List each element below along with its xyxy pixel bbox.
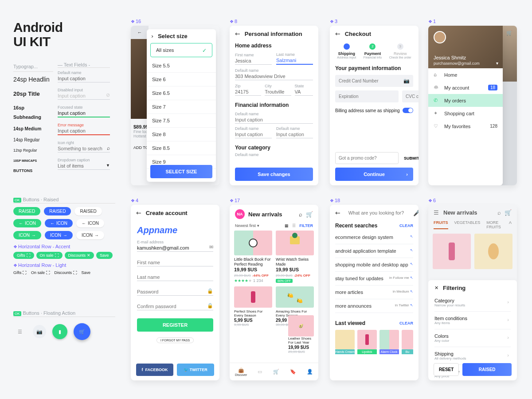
camera-icon[interactable]: 📷 [403, 78, 410, 84]
filter-item[interactable]: Item conditionsAny items› [434, 312, 511, 329]
back-icon[interactable]: ← [235, 30, 240, 37]
drawer-item[interactable]: 𐄷My account18 [428, 81, 503, 94]
save-changes-button[interactable]: Save changes [235, 168, 313, 181]
nav-discover[interactable]: 👜Discover [235, 368, 247, 376]
first-input-4[interactable] [137, 259, 213, 266]
register-button[interactable]: REGISTER [137, 318, 213, 332]
size-option[interactable]: Size 8 [147, 128, 216, 141]
icon-green-r[interactable]: ICON → [13, 231, 41, 239]
size-option[interactable]: Size 8.5 [147, 141, 216, 155]
input-focused[interactable] [58, 110, 110, 117]
email-input[interactable] [137, 244, 213, 252]
product-3[interactable]: Perfect Shoes For Every Season 5,99 $US … [234, 286, 272, 327]
input-search[interactable] [58, 145, 110, 153]
icon-blue[interactable]: ← ICON [45, 219, 73, 227]
thumb-3[interactable]: Alarm Clock [379, 349, 399, 354]
menu-icon[interactable]: ☰ [434, 209, 439, 216]
thumb-4[interactable]: Bu [402, 349, 413, 354]
sort-dropdown[interactable]: Newest first ▾ [235, 223, 259, 228]
size-option[interactable]: Size 6.5 [147, 86, 216, 100]
recent-search-item[interactable]: more announcesin Twitter ↖ [335, 299, 413, 313]
filter-button[interactable]: FILTER [299, 223, 313, 228]
drawer-item[interactable]: ⌂Home [428, 68, 503, 81]
thumb-1[interactable]: Hands Cream [335, 349, 355, 354]
product-2[interactable]: Wrist Watch Swiss Made 19,99 $US 29,99 $… [276, 231, 314, 283]
thumb-2[interactable]: Lipstick [357, 349, 377, 354]
tab-veg[interactable]: VEGETABLES [454, 220, 481, 229]
fab-cart-icon[interactable]: 🛒 [74, 323, 90, 340]
city-input[interactable] [265, 88, 291, 96]
raised-white[interactable]: RAISED [74, 207, 102, 215]
chip-disc-a[interactable]: Discounts ✕ [65, 252, 94, 259]
nav-4[interactable]: 🔖 [290, 369, 296, 375]
recent-search-item[interactable]: android application template ↖ [335, 244, 413, 258]
clear-last[interactable]: CLEAR [399, 321, 413, 325]
chip-gifts-a[interactable]: Gifts ⛶ [13, 252, 34, 259]
recent-search-item[interactable]: stay tuned for updatesin Follow me ↖ [335, 272, 413, 286]
fab-chat-icon[interactable]: ▮ [52, 324, 67, 339]
product-5[interactable]: 🥑 Leather Shoes For Last Year 19,99 $US … [288, 336, 314, 354]
last-input-4[interactable] [137, 274, 213, 281]
icon-white-r[interactable]: ICON → [76, 231, 104, 239]
tab-more[interactable]: MORE FRUITS [486, 220, 503, 229]
fin-input3[interactable] [276, 131, 313, 138]
filter-item[interactable]: ColorsAny color› [434, 329, 511, 347]
cart-icon[interactable]: 🛒 [506, 30, 512, 36]
recent-search-item[interactable]: more articlesin Medium ↖ [335, 286, 413, 299]
zip-input[interactable] [235, 88, 261, 96]
chip-save-l[interactable]: Save [82, 270, 91, 275]
cc-input[interactable] [335, 75, 413, 87]
chevron-right-icon[interactable]: › [151, 33, 153, 39]
continue-button[interactable]: Continue› [335, 168, 413, 181]
size-option[interactable]: Size 6 [147, 73, 216, 86]
pw2-input[interactable] [137, 303, 213, 310]
back-icon-18[interactable]: ← [335, 209, 340, 216]
raised-blue[interactable]: RAISED [44, 207, 71, 215]
grid-icon[interactable]: ▦ [285, 223, 289, 228]
cvc-input[interactable] [402, 90, 419, 102]
fin-input2[interactable] [235, 131, 272, 138]
chip-save-a[interactable]: Save [96, 252, 113, 259]
search-icon-17[interactable]: ⌕ [299, 211, 302, 218]
icon-green[interactable]: ← ICON [13, 219, 41, 227]
fab-camera-icon[interactable]: 📷 [33, 325, 46, 338]
chip-onsale-l[interactable]: On sale ⛶ [31, 270, 50, 275]
chip-gifts-l[interactable]: Gifts ⛶ [13, 270, 27, 275]
filter-item[interactable]: ShippingAll delivery methods› [434, 347, 511, 365]
fab-list-icon[interactable]: ☰ [13, 325, 27, 338]
product-1[interactable]: Little Black Book For Perfect Reading 19… [234, 231, 272, 283]
drawer-item[interactable]: ✦Shopping cart [428, 107, 503, 120]
search-icon-6[interactable]: ⌕ [497, 209, 501, 216]
submit-button[interactable]: SUBMIT [401, 156, 419, 160]
chevron-down-icon[interactable]: ▾ [496, 61, 498, 66]
tab-a[interactable]: A [509, 220, 512, 229]
clear-recent[interactable]: CLEAR [399, 223, 413, 228]
close-icon[interactable]: ✕ [434, 285, 438, 291]
filter-item[interactable]: CategoryNarrow your results› [434, 294, 511, 312]
search-icon[interactable]: ⌕ [107, 145, 110, 151]
select-size-button[interactable]: SELECT SIZE [150, 165, 212, 178]
nav-2[interactable]: ▭ [258, 369, 262, 375]
search-input-18[interactable] [348, 210, 410, 215]
drawer-item[interactable]: ♡My favorites128 [428, 120, 503, 133]
exp-input[interactable] [335, 90, 399, 102]
nav-5[interactable]: 👤 [307, 369, 313, 375]
size-all[interactable]: All sizes✓ [150, 43, 212, 57]
dropdown[interactable] [58, 162, 110, 170]
recent-search-item[interactable]: ecommerce design system ↖ [335, 231, 413, 244]
promo-input[interactable] [335, 152, 399, 164]
addr-input[interactable] [235, 73, 313, 80]
twitter-button[interactable]: 🐦 TWITTER [177, 364, 214, 376]
chip-onsale-a[interactable]: On sale ⛶ [36, 252, 63, 259]
reset-button[interactable]: RESET [434, 363, 459, 376]
input-default[interactable] [58, 75, 110, 82]
fin-input1[interactable] [235, 116, 313, 124]
back-icon-3[interactable]: ← [335, 30, 340, 37]
back-arrow-bg[interactable]: ← [131, 26, 149, 39]
nav-3[interactable]: 🛒 [273, 369, 279, 375]
mic-icon[interactable]: 🎤 [413, 210, 419, 216]
size-option[interactable]: Size 7.5 [147, 114, 216, 128]
input-error[interactable] [58, 127, 110, 135]
first-input[interactable] [235, 57, 272, 65]
cart-icon-17[interactable]: 🛒 [306, 211, 313, 218]
